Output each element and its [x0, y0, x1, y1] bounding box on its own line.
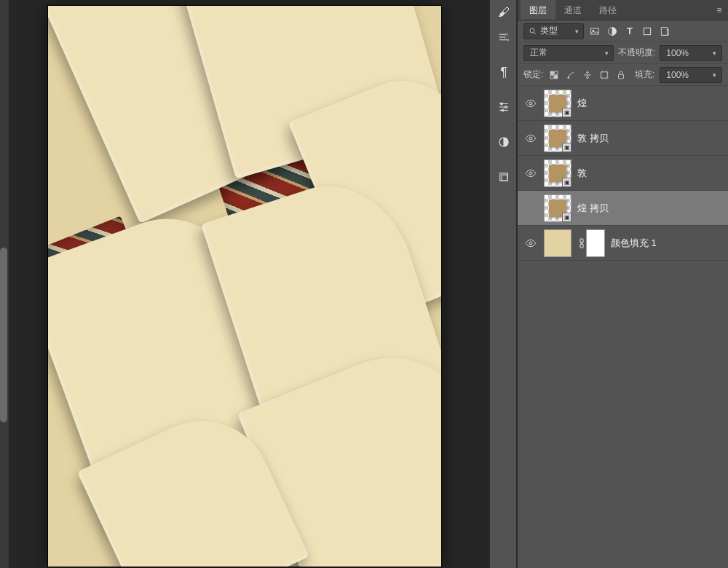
svg-point-6 — [530, 28, 534, 33]
contrast-panel-icon[interactable] — [490, 130, 518, 154]
tab-layers[interactable]: 图层 — [521, 0, 555, 20]
layer-thumbnail[interactable] — [544, 229, 571, 257]
layer-visibility-toggle[interactable] — [521, 98, 541, 109]
properties-panel-icon[interactable] — [490, 95, 518, 119]
svg-rect-16 — [601, 71, 607, 77]
scrollbar-thumb[interactable] — [0, 248, 7, 422]
smart-object-badge-icon: ▣ — [562, 178, 571, 187]
svg-point-21 — [529, 242, 532, 245]
layer-row[interactable]: ▣煌 拷贝 — [518, 191, 728, 226]
panel-menu-icon[interactable]: ≡ — [711, 0, 728, 20]
layer-name-label[interactable]: 煌 — [577, 97, 587, 110]
layers-panel: 图层 通道 路径 ≡ ▾ T 正常 ▾ 不透明度: 100% ▾ 锁定: — [517, 0, 728, 568]
tab-channels[interactable]: 通道 — [555, 0, 590, 20]
svg-rect-14 — [550, 75, 553, 78]
chevron-down-icon: ▾ — [691, 71, 719, 79]
layer-thumbnail[interactable]: ▣ — [544, 125, 571, 152]
lock-label: 锁定: — [523, 68, 543, 81]
chevron-down-icon: ▾ — [575, 28, 579, 35]
panel-tabs: 图层 通道 路径 ≡ — [518, 0, 728, 20]
svg-rect-13 — [555, 71, 558, 74]
smart-object-badge-icon: ▣ — [562, 143, 571, 152]
lock-position-icon[interactable] — [582, 69, 593, 81]
layer-filter-kind[interactable]: ▾ — [523, 23, 584, 39]
layer-visibility-toggle[interactable] — [521, 237, 541, 249]
filter-shape-icon[interactable] — [641, 25, 654, 38]
svg-rect-17 — [619, 74, 624, 79]
libraries-panel-icon[interactable] — [490, 165, 518, 189]
filter-pixel-icon[interactable] — [588, 25, 601, 38]
layers-list: ▣煌▣敦 拷贝▣敦▣煌 拷贝颜色填充 1 — [518, 86, 728, 568]
svg-rect-15 — [555, 75, 558, 78]
opacity-value: 100% — [663, 48, 691, 58]
adjustments-panel-icon[interactable] — [490, 25, 518, 50]
layer-row[interactable]: ▣敦 拷贝 — [518, 121, 728, 156]
canvas-scrollbar[interactable] — [0, 0, 9, 568]
layer-row[interactable]: 颜色填充 1 — [518, 226, 728, 261]
svg-point-20 — [529, 172, 532, 175]
svg-point-18 — [529, 102, 532, 105]
lock-all-icon[interactable] — [615, 69, 627, 81]
svg-point-19 — [529, 137, 532, 140]
layer-mask-link-icon[interactable] — [577, 238, 586, 248]
smart-object-badge-icon: ▣ — [562, 213, 571, 222]
brush-panel-icon[interactable]: 🖌 — [490, 0, 518, 25]
layer-row[interactable]: ▣敦 — [518, 156, 728, 191]
filter-type-icon[interactable]: T — [623, 25, 636, 38]
opacity-input[interactable]: 100% ▾ — [660, 45, 722, 61]
chevron-down-icon: ▾ — [691, 50, 719, 57]
paragraph-panel-icon[interactable]: ¶ — [490, 60, 518, 84]
lock-artboard-icon[interactable] — [598, 69, 610, 81]
smart-object-badge-icon: ▣ — [562, 108, 571, 117]
blend-mode-select[interactable]: 正常 ▾ — [523, 45, 614, 61]
layer-mask-thumbnail[interactable] — [586, 229, 605, 257]
lock-brush-icon[interactable] — [565, 69, 577, 81]
svg-rect-7 — [591, 28, 599, 34]
lock-pixels-icon[interactable] — [548, 69, 560, 81]
layer-row[interactable]: ▣煌 — [518, 86, 728, 121]
layer-visibility-toggle[interactable] — [521, 133, 541, 144]
layer-thumbnail[interactable]: ▣ — [544, 194, 571, 222]
layer-name-label[interactable]: 煌 拷贝 — [577, 202, 609, 215]
blend-opacity-row: 正常 ▾ 不透明度: 100% ▾ — [518, 42, 728, 64]
layer-visibility-toggle[interactable] — [521, 167, 541, 179]
fill-label: 填充: — [635, 68, 654, 81]
chevron-down-icon: ▾ — [605, 50, 609, 57]
svg-rect-12 — [550, 71, 553, 74]
tab-paths[interactable]: 路径 — [590, 0, 625, 20]
svg-rect-4 — [500, 173, 508, 181]
layer-name-label[interactable]: 敦 拷贝 — [577, 132, 609, 145]
svg-rect-11 — [661, 27, 667, 35]
opacity-label: 不透明度: — [618, 47, 655, 59]
canvas-workspace[interactable] — [0, 0, 489, 568]
filter-smart-icon[interactable] — [658, 25, 671, 38]
svg-rect-5 — [502, 175, 507, 181]
collapsed-panels-toolbar: 🖌 ¶ — [489, 0, 517, 568]
lock-row: 锁定: 填充: 100% ▾ — [518, 64, 728, 86]
fill-input[interactable]: 100% ▾ — [660, 67, 722, 83]
artboard — [48, 6, 441, 567]
layer-name-label[interactable]: 敦 — [577, 167, 587, 180]
layer-filter-row: ▾ T — [518, 20, 728, 42]
svg-rect-10 — [644, 28, 650, 34]
layer-name-label[interactable]: 颜色填充 1 — [611, 237, 657, 250]
filter-adjust-icon[interactable] — [606, 25, 619, 38]
layer-thumbnail[interactable]: ▣ — [544, 90, 571, 117]
layer-filter-input[interactable] — [540, 26, 572, 36]
layer-thumbnail[interactable]: ▣ — [544, 159, 571, 187]
blend-mode-value: 正常 — [530, 47, 547, 59]
fill-value: 100% — [663, 70, 691, 80]
